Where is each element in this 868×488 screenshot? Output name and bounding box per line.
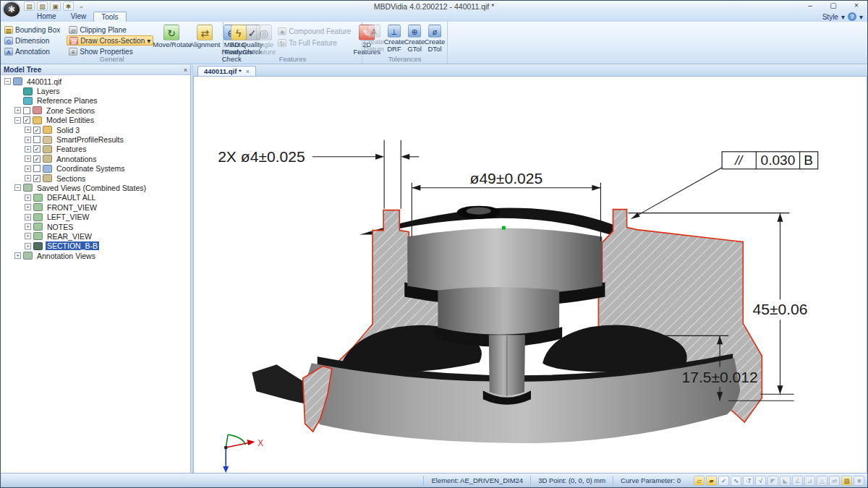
tree-expander-icon[interactable]: + bbox=[25, 243, 31, 249]
tree-expander-icon[interactable]: + bbox=[14, 107, 21, 114]
tree-expander-icon[interactable]: − bbox=[4, 78, 11, 85]
tree-expander-icon[interactable]: − bbox=[14, 117, 21, 124]
create-datum-button[interactable]: A Create Datum bbox=[364, 23, 384, 53]
save-icon[interactable]: ▣ bbox=[50, 1, 61, 11]
style-dropdown-icon[interactable]: ▾ bbox=[841, 13, 845, 21]
move-rotate-button[interactable]: ↻ Move/Rotate bbox=[153, 23, 190, 48]
tree-checkbox[interactable] bbox=[33, 165, 41, 172]
tree-checkbox[interactable]: ✓ bbox=[33, 127, 41, 134]
dimension-button[interactable]: ◇ Dimension bbox=[2, 35, 62, 46]
tree-item-view-notes[interactable]: + NOTES bbox=[1, 222, 190, 231]
tree-expander-icon[interactable]: + bbox=[25, 137, 31, 143]
viewport-3d[interactable]: 2X ø4±0.025 ø49±0.025 45±0.06 17.5±0.012… bbox=[193, 76, 867, 474]
tree-item-model-entities[interactable]: − ✓ Model Entities bbox=[1, 116, 190, 125]
panel-close-icon[interactable]: × bbox=[184, 67, 187, 74]
tree-item-view-rear[interactable]: + REAR_VIEW bbox=[1, 231, 190, 241]
minimize-button[interactable]: – bbox=[802, 1, 818, 11]
tree-expander-icon[interactable]: + bbox=[14, 252, 21, 259]
tree-checkbox[interactable]: ✓ bbox=[33, 175, 41, 182]
tree-expander-icon[interactable]: + bbox=[25, 194, 31, 201]
tools-icon[interactable]: ✱ bbox=[63, 1, 74, 11]
tree-expander-icon[interactable]: + bbox=[25, 127, 31, 133]
tab-tools[interactable]: Tools bbox=[93, 12, 126, 22]
create-dtol-button[interactable]: ø Create DTol bbox=[425, 23, 445, 53]
status-bar: Element: AE_DRIVEN_DIM243D Point: (0, 0,… bbox=[1, 473, 867, 487]
tree-item-smartprofileresults[interactable]: + SmartProfileResults bbox=[1, 134, 190, 144]
create-gtol-button[interactable]: ⊕ Create GTol bbox=[404, 23, 425, 53]
root-7-icon[interactable]: √ bbox=[755, 476, 766, 486]
tab-home[interactable]: Home bbox=[30, 12, 64, 22]
tree-item-icon bbox=[43, 145, 52, 153]
tree-expander-icon[interactable]: + bbox=[25, 175, 31, 181]
tree-item-annotation-views[interactable]: + Annotation Views bbox=[1, 251, 190, 260]
tree-expander-icon[interactable]: + bbox=[25, 146, 31, 153]
qat-dropdown-icon[interactable]: ⌄ bbox=[76, 1, 87, 11]
tree-item-solid-3[interactable]: + ✓ Solid 3 bbox=[1, 125, 190, 134]
application-menu-button[interactable]: ✱ bbox=[2, 1, 21, 18]
tree-checkbox[interactable]: ✓ bbox=[33, 155, 41, 163]
tree-item-view-front[interactable]: + FRONT_VIEW bbox=[1, 202, 190, 212]
measure-point-icon[interactable]: ✓ bbox=[718, 476, 729, 486]
tree-checkbox[interactable]: ✓ bbox=[33, 145, 41, 153]
snap-triangle-icon: △ bbox=[817, 476, 827, 486]
tree-item-saved-views[interactable]: − Saved Views (Combined States) bbox=[1, 183, 190, 192]
close-button[interactable]: × bbox=[848, 1, 864, 11]
tree-item-icon bbox=[33, 116, 42, 124]
maximize-button[interactable]: ▢ bbox=[825, 1, 841, 11]
tree-expander-icon[interactable]: + bbox=[25, 204, 31, 210]
style-menu[interactable]: Style bbox=[822, 13, 838, 21]
curve-fit-icon[interactable]: ∿ bbox=[731, 476, 741, 486]
tree-expander-icon[interactable]: + bbox=[25, 166, 31, 172]
tree-checkbox[interactable] bbox=[33, 136, 41, 143]
snap-line-icon: ∠ bbox=[792, 476, 803, 486]
model-tree-panel: Model Tree × − 440011.qif Layers Referen… bbox=[1, 65, 191, 474]
tree-item-view-left[interactable]: + LEFT_VIEW bbox=[1, 212, 190, 221]
tree-checkbox[interactable] bbox=[23, 107, 30, 114]
help-icon[interactable]: ? bbox=[848, 12, 856, 21]
tree-expander-icon[interactable]: + bbox=[25, 223, 31, 230]
point-7-icon[interactable]: ·7 bbox=[743, 476, 754, 486]
document-tab[interactable]: 440011.qif * × bbox=[197, 66, 256, 76]
tree-expander-icon[interactable]: + bbox=[25, 214, 31, 221]
draw-cross-section-button[interactable]: ▨ Draw Cross-Section ▾ bbox=[67, 35, 153, 46]
open-file-icon[interactable]: ▧ bbox=[37, 1, 48, 11]
help-dropdown-icon[interactable]: ▾ bbox=[859, 13, 863, 21]
compound-feature-button[interactable]: ◈ Compound Feature bbox=[276, 26, 353, 36]
tree-item-coordinate-systems[interactable]: + Coordinate Systems bbox=[1, 164, 190, 174]
snap-folder-in-icon[interactable]: ▱ bbox=[694, 476, 705, 486]
alignment-button[interactable]: ⇄ Alignment bbox=[190, 23, 220, 48]
snap-folder-out-icon[interactable]: ▰ bbox=[706, 476, 717, 486]
draw-cross-section-dropdown-icon[interactable]: ▾ bbox=[147, 37, 150, 45]
create-drf-button[interactable]: ⟂ Create DRF bbox=[384, 23, 404, 53]
tree-item-annotations[interactable]: + ✓ Annotations bbox=[1, 154, 190, 163]
tree-expander-icon[interactable]: + bbox=[25, 233, 31, 239]
tree-item-zone-sections[interactable]: + Zone Sections bbox=[1, 106, 190, 115]
to-full-feature-button[interactable]: ↻ To Full Feature bbox=[276, 38, 353, 48]
clipping-plane-button[interactable]: ▱ Clipping Plane bbox=[67, 25, 153, 35]
tree-checkbox[interactable]: ✓ bbox=[23, 116, 30, 124]
edit-folder-icon[interactable]: ▨ bbox=[841, 476, 852, 486]
tree-item-icon bbox=[33, 194, 43, 202]
new-file-icon[interactable]: ▤ bbox=[24, 1, 35, 11]
tab-close-icon[interactable]: × bbox=[246, 68, 250, 75]
ribbon-group-features: ϟ Auto-Features ◎ Single Feature ◈ Compo… bbox=[224, 22, 362, 64]
tree-item-layers[interactable]: Layers bbox=[1, 86, 190, 95]
single-feature-button[interactable]: ◎ Single Feature bbox=[252, 23, 276, 56]
tree-item-label: Features bbox=[55, 145, 88, 153]
tree-item-features[interactable]: + ✓ Features bbox=[1, 145, 190, 154]
tree-item-label: Coordinate Systems bbox=[55, 164, 127, 173]
tree-item-view-default-all[interactable]: + DEFAULT ALL bbox=[1, 193, 190, 202]
window-title: MBDVidia 4.0.200212 - 440011.qif * bbox=[1, 2, 867, 11]
tree-item-root-file[interactable]: − 440011.qif bbox=[1, 77, 190, 86]
tree-item-icon bbox=[23, 87, 33, 95]
tree-item-view-section-b-b[interactable]: + SECTION_B-B bbox=[1, 241, 190, 251]
tree-expander-icon[interactable]: + bbox=[25, 155, 31, 162]
solid-box-icon: ■ bbox=[854, 476, 864, 486]
tree-expander-icon[interactable]: − bbox=[14, 184, 21, 191]
tree-item-reference-planes[interactable]: Reference Planes bbox=[1, 96, 190, 106]
tab-view[interactable]: View bbox=[64, 12, 94, 22]
bounding-box-button[interactable]: ▧ Bounding Box bbox=[2, 25, 62, 35]
auto-features-button[interactable]: ϟ Auto-Features bbox=[225, 23, 252, 56]
tree-item-sections[interactable]: + ✓ Sections bbox=[1, 174, 190, 183]
feature-control-frame[interactable]: // 0.030 B bbox=[722, 152, 818, 169]
